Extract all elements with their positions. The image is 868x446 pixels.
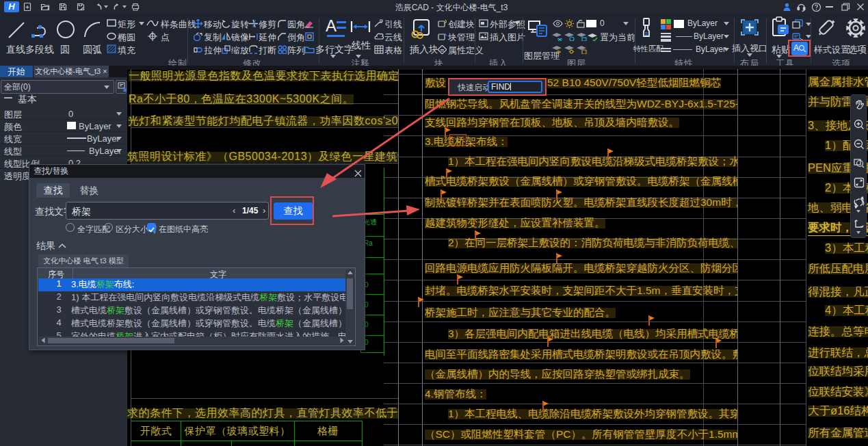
svg-text:A: A — [379, 20, 382, 24]
